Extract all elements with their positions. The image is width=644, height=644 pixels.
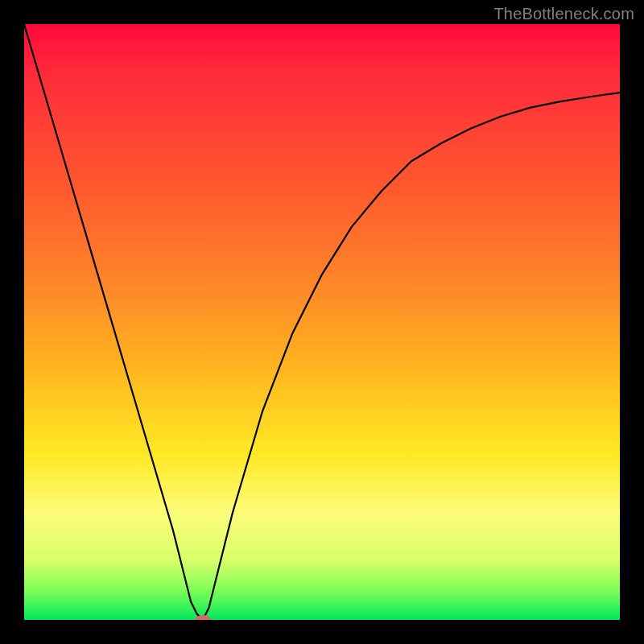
watermark-text: TheBottleneck.com — [493, 5, 634, 23]
dip-marker — [195, 615, 211, 620]
curve-svg — [24, 24, 620, 620]
plot-area — [24, 24, 620, 620]
chart-frame: TheBottleneck.com — [0, 0, 644, 644]
bottleneck-curve — [24, 24, 620, 620]
